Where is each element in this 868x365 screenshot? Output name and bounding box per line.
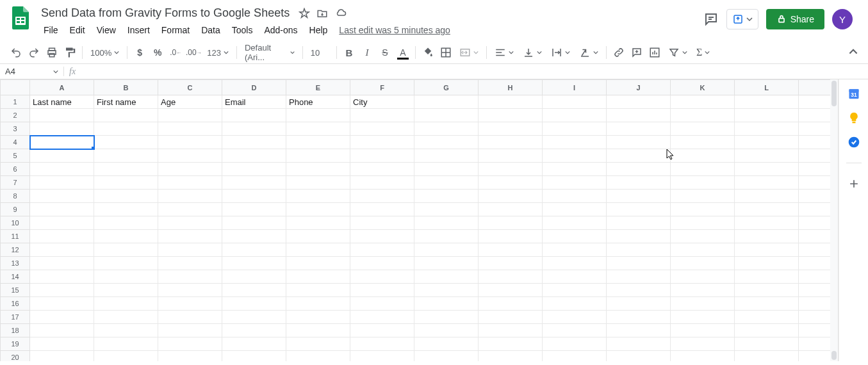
merge-cells-dropdown[interactable] — [455, 44, 482, 61]
cell-B3[interactable] — [94, 122, 158, 136]
cell-H10[interactable] — [479, 216, 543, 230]
cell-F13[interactable] — [350, 257, 414, 270]
cell-K16[interactable] — [671, 297, 735, 311]
zoom-dropdown[interactable]: 100% — [86, 44, 123, 61]
cell-G13[interactable] — [414, 257, 479, 270]
cell-B1[interactable]: First name — [94, 95, 158, 109]
cell-B5[interactable] — [94, 149, 158, 163]
cell-H12[interactable] — [479, 243, 543, 257]
cell-F20[interactable] — [350, 351, 414, 362]
row-header-4[interactable]: 4 — [1, 136, 30, 149]
col-header-L[interactable]: L — [735, 80, 799, 95]
cell-K3[interactable] — [671, 122, 735, 136]
menu-help[interactable]: Help — [304, 22, 333, 38]
currency-icon[interactable]: $ — [131, 44, 148, 61]
col-header-B[interactable]: B — [94, 80, 158, 95]
cell-E16[interactable] — [286, 297, 350, 311]
cell-G1[interactable] — [414, 95, 479, 109]
text-wrap-dropdown[interactable] — [547, 44, 574, 61]
decrease-decimal-icon[interactable]: .0← — [167, 44, 184, 61]
cell-A18[interactable] — [30, 324, 94, 337]
cell-D12[interactable] — [222, 243, 286, 257]
cell-D2[interactable] — [222, 109, 286, 122]
cell-L12[interactable] — [735, 243, 799, 257]
cell-J8[interactable] — [607, 190, 671, 203]
cell-C2[interactable] — [158, 109, 222, 122]
insert-chart-icon[interactable] — [646, 44, 663, 61]
cell-I5[interactable] — [543, 149, 607, 163]
cell-G2[interactable] — [414, 109, 479, 122]
cell-I19[interactable] — [543, 337, 607, 351]
cell-F5[interactable] — [350, 149, 414, 163]
cell-D15[interactable] — [222, 284, 286, 297]
cell-I16[interactable] — [543, 297, 607, 311]
cell-A10[interactable] — [30, 216, 94, 230]
cell-F2[interactable] — [350, 109, 414, 122]
menu-edit[interactable]: Edit — [65, 22, 90, 38]
cell-E7[interactable] — [286, 176, 350, 190]
cell-J18[interactable] — [607, 324, 671, 337]
cell-H18[interactable] — [479, 324, 543, 337]
cell-D18[interactable] — [222, 324, 286, 337]
cell-K18[interactable] — [671, 324, 735, 337]
cell-I12[interactable] — [543, 243, 607, 257]
cell-H11[interactable] — [479, 230, 543, 243]
cell-L17[interactable] — [735, 311, 799, 324]
number-format-dropdown[interactable]: 123 — [203, 44, 233, 61]
cell-A13[interactable] — [30, 257, 94, 270]
cell-A6[interactable] — [30, 163, 94, 176]
menu-add-ons[interactable]: Add-ons — [259, 22, 302, 38]
calendar-icon[interactable]: 31 — [848, 87, 860, 100]
cell-F3[interactable] — [350, 122, 414, 136]
cell-A12[interactable] — [30, 243, 94, 257]
cell-B20[interactable] — [94, 351, 158, 362]
menu-format[interactable]: Format — [156, 22, 195, 38]
add-addon-icon[interactable] — [848, 177, 860, 190]
cell-H4[interactable] — [479, 136, 543, 149]
cloud-status-icon[interactable] — [334, 8, 347, 19]
cell-L19[interactable] — [735, 337, 799, 351]
cell-K13[interactable] — [671, 257, 735, 270]
menu-view[interactable]: View — [92, 22, 121, 38]
cell-G6[interactable] — [414, 163, 479, 176]
cell-L20[interactable] — [735, 351, 799, 362]
cell-F18[interactable] — [350, 324, 414, 337]
insert-link-icon[interactable] — [610, 44, 627, 61]
cell-H5[interactable] — [479, 149, 543, 163]
col-header-C[interactable]: C — [158, 80, 222, 95]
cell-K5[interactable] — [671, 149, 735, 163]
cell-L5[interactable] — [735, 149, 799, 163]
cell-A3[interactable] — [30, 122, 94, 136]
cell-B13[interactable] — [94, 257, 158, 270]
cell-F10[interactable] — [350, 216, 414, 230]
sheets-logo[interactable] — [8, 5, 33, 31]
cell-F9[interactable] — [350, 203, 414, 216]
cell-D5[interactable] — [222, 149, 286, 163]
row-header-8[interactable]: 8 — [1, 190, 30, 203]
cell-H8[interactable] — [479, 190, 543, 203]
cell-L13[interactable] — [735, 257, 799, 270]
cell-B2[interactable] — [94, 109, 158, 122]
cell-A16[interactable] — [30, 297, 94, 311]
cell-B18[interactable] — [94, 324, 158, 337]
percent-icon[interactable]: % — [149, 44, 166, 61]
insert-comment-icon[interactable] — [628, 44, 645, 61]
cell-C7[interactable] — [158, 176, 222, 190]
cell-C13[interactable] — [158, 257, 222, 270]
cell-I8[interactable] — [543, 190, 607, 203]
cell-G14[interactable] — [414, 270, 479, 284]
cell-B17[interactable] — [94, 311, 158, 324]
cell-D1[interactable]: Email — [222, 95, 286, 109]
row-header-2[interactable]: 2 — [1, 109, 30, 122]
cell-C17[interactable] — [158, 311, 222, 324]
row-header-5[interactable]: 5 — [1, 149, 30, 163]
cell-K12[interactable] — [671, 243, 735, 257]
functions-dropdown[interactable]: Σ — [692, 44, 714, 61]
comments-icon[interactable] — [703, 12, 719, 27]
cell-E5[interactable] — [286, 149, 350, 163]
cell-C12[interactable] — [158, 243, 222, 257]
cell-J6[interactable] — [607, 163, 671, 176]
cell-J12[interactable] — [607, 243, 671, 257]
cell-B9[interactable] — [94, 203, 158, 216]
cell-C6[interactable] — [158, 163, 222, 176]
